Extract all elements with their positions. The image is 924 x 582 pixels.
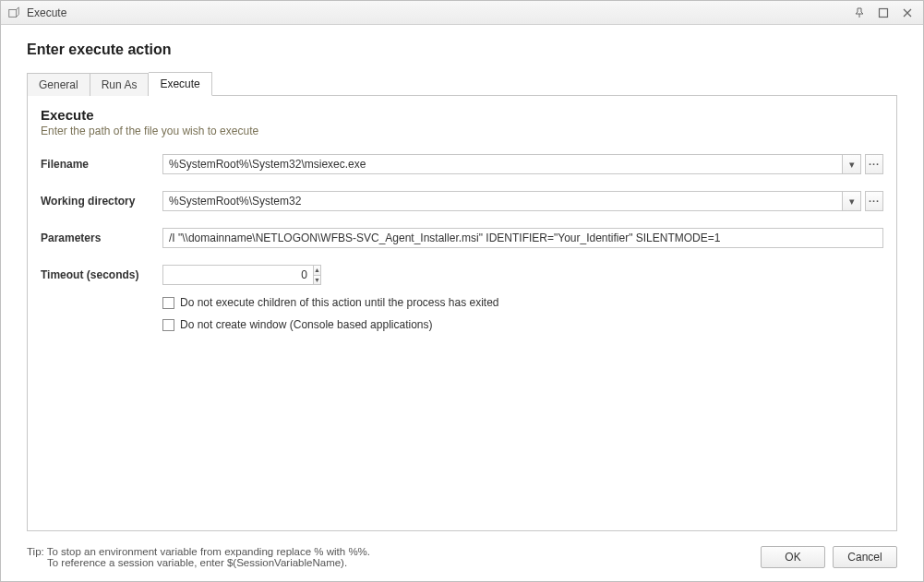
filename-input[interactable]: [162, 154, 843, 174]
timeout-label: Timeout (seconds): [41, 268, 162, 281]
timeout-spin-down-icon[interactable]: ▼: [314, 275, 320, 285]
tip-line2: To reference a session variable, enter $…: [27, 557, 753, 568]
workdir-input[interactable]: [162, 191, 843, 211]
tip-line1: Tip: To stop an environment variable fro…: [27, 546, 370, 557]
tab-execute[interactable]: Execute: [149, 72, 211, 96]
no-window-checkbox[interactable]: [162, 319, 174, 331]
filename-dropdown-icon[interactable]: ▾: [843, 154, 861, 174]
workdir-browse-button[interactable]: ···: [865, 191, 883, 211]
parameters-label: Parameters: [41, 232, 162, 244]
tab-general[interactable]: General: [27, 73, 90, 96]
cancel-button[interactable]: Cancel: [833, 546, 897, 568]
maximize-icon[interactable]: [873, 5, 894, 21]
ok-button[interactable]: OK: [761, 546, 825, 568]
tip-text: Tip: To stop an environment variable fro…: [27, 546, 753, 568]
workdir-label: Working directory: [41, 195, 162, 208]
tabstrip: General Run As Execute: [27, 71, 897, 96]
pin-icon[interactable]: [849, 5, 870, 21]
section-title: Execute: [41, 107, 883, 123]
execute-dialog: Execute Enter execute action General Run…: [0, 0, 924, 582]
svg-rect-1: [880, 8, 888, 17]
content-area: Enter execute action General Run As Exec…: [1, 25, 923, 540]
no-window-label: Do not create window (Console based appl…: [180, 318, 433, 331]
close-icon[interactable]: [897, 5, 918, 21]
filename-label: Filename: [41, 158, 162, 171]
page-title: Enter execute action: [27, 42, 897, 58]
wait-children-label: Do not execute children of this action u…: [180, 296, 499, 309]
footer: Tip: To stop an environment variable fro…: [1, 540, 923, 581]
workdir-dropdown-icon[interactable]: ▾: [843, 191, 861, 211]
timeout-input[interactable]: [162, 265, 314, 285]
tabpanel-execute: Execute Enter the path of the file you w…: [27, 96, 897, 531]
section-desc: Enter the path of the file you wish to e…: [41, 125, 883, 137]
wait-children-checkbox[interactable]: [162, 297, 174, 309]
app-icon: [6, 6, 21, 20]
parameters-input[interactable]: [162, 228, 883, 248]
filename-browse-button[interactable]: ···: [865, 154, 883, 174]
timeout-spin-up-icon[interactable]: ▲: [314, 266, 320, 275]
window-title: Execute: [27, 6, 66, 19]
titlebar: Execute: [1, 1, 923, 25]
tab-run-as[interactable]: Run As: [90, 73, 150, 96]
svg-rect-0: [9, 9, 17, 17]
